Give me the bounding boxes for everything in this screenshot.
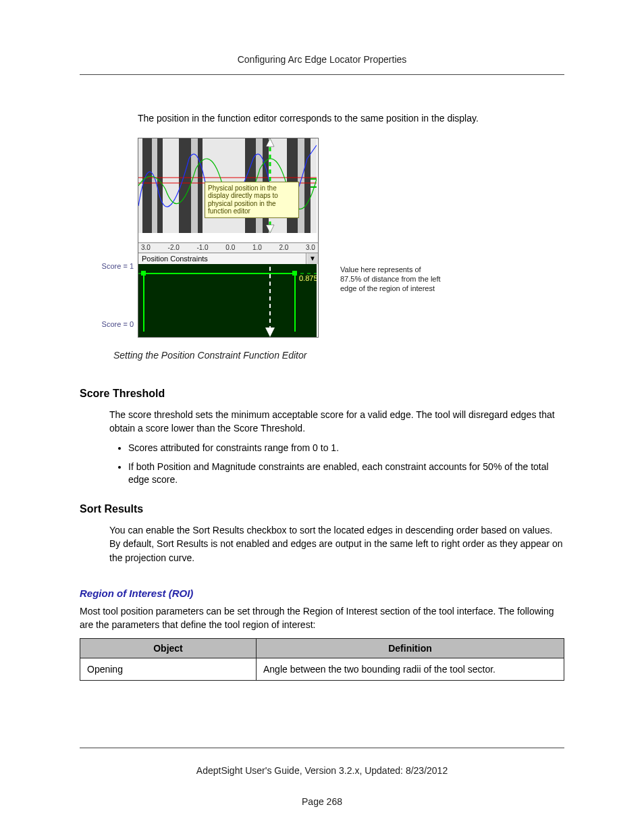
roi-text: Most tool position parameters can be set… [80,604,564,632]
score-axis-labels: Score = 1 Score = 0 [80,257,134,328]
score-1-label: Score = 1 [102,262,134,270]
tick: -1.0 [196,244,208,251]
intro-paragraph: The position in the function editor corr… [138,112,564,126]
display-image: Physical position in the display directl… [138,138,317,242]
cell-definition: Angle between the two bounding radii of … [257,658,564,681]
tick: 1.0 [252,244,262,251]
svg-rect-3 [179,138,203,233]
figure-panel: Physical position in the display directl… [138,138,319,338]
svg-rect-20 [141,271,146,276]
cell-object: Opening [80,658,257,681]
svg-marker-23 [265,328,275,337]
score-value-text: 0.875 [299,274,317,282]
roi-heading: Region of Interest (ROI) [80,588,564,599]
score-0-label: Score = 0 [102,320,134,328]
figure: Score = 1 Score = 0 [80,138,564,338]
svg-rect-4 [191,138,198,233]
right-annotation: Value here represents of 87.5% of distan… [340,265,441,294]
tick: 3.0 [306,244,315,251]
tick: 0.0 [225,244,235,251]
roi-table: Object Definition Opening Angle between … [80,638,564,681]
table-header-row: Object Definition [80,639,564,658]
score-threshold-text: The score threshold sets the minimum acc… [109,408,564,436]
col-definition: Definition [257,639,564,658]
svg-rect-21 [292,271,297,276]
header-rule [80,74,564,75]
dropdown-label: Position Constraints [138,253,306,264]
page-number: Page 268 [0,796,644,807]
page: Configuring Arc Edge Locator Properties … [0,0,644,834]
tick: 3.0 [141,244,151,251]
dropdown-arrow-icon[interactable]: ▼ [306,253,318,264]
axis-labels: 3.0 -2.0 -1.0 0.0 1.0 2.0 3.0 [138,242,318,253]
tick: 2.0 [279,244,288,251]
table-row: Opening Angle between the two bounding r… [80,658,564,681]
tick: -2.0 [168,244,180,251]
col-object: Object [80,639,257,658]
bullet: If both Position and Magnitude constrain… [128,461,564,487]
figure-caption: Setting the Position Constraint Function… [113,350,564,361]
sort-results-text: You can enable the Sort Results checkbox… [109,523,564,565]
footer-text: AdeptSight User's Guide, Version 3.2.x, … [0,765,644,776]
score-threshold-heading: Score Threshold [80,388,564,400]
footer-rule [80,748,564,748]
constraint-dropdown[interactable]: Position Constraints ▼ [138,253,318,264]
function-editor-svg: 0.875 [138,264,317,337]
score-bullets: Scores attributed for constraints range … [128,442,564,487]
function-editor[interactable]: 0.875 [138,264,317,337]
overlay-note: Physical position in the display directl… [205,182,299,218]
page-header: Configuring Arc Edge Locator Properties [80,54,564,65]
sort-results-heading: Sort Results [80,503,564,515]
page-footer: AdeptSight User's Guide, Version 3.2.x, … [0,748,644,807]
svg-rect-2 [152,138,157,233]
bullet: Scores attributed for constraints range … [128,442,564,455]
